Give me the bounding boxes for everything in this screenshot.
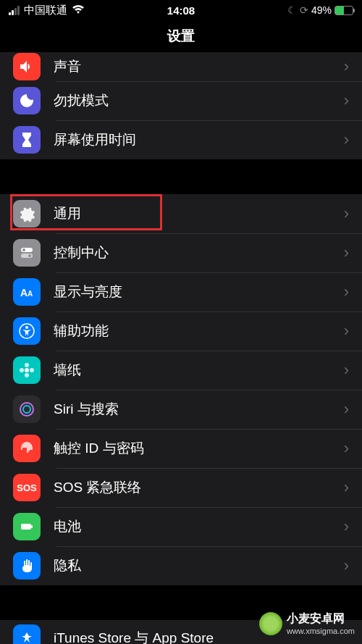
chevron-right-icon: ›	[344, 57, 349, 76]
svg-text:A: A	[28, 290, 33, 298]
row-sound[interactable]: 声音 ›	[0, 52, 362, 81]
chevron-right-icon: ›	[344, 283, 349, 301]
chevron-right-icon: ›	[344, 322, 349, 340]
svg-point-7	[25, 326, 28, 329]
row-label: 电池	[54, 517, 344, 536]
row-label: 显示与亮度	[54, 283, 344, 301]
svg-rect-15	[21, 524, 31, 530]
row-label: 控制中心	[54, 243, 344, 262]
row-sos[interactable]: SOS SOS 紧急联络 ›	[0, 468, 362, 507]
chevron-right-icon: ›	[344, 361, 349, 380]
svg-point-8	[25, 368, 29, 372]
sound-icon	[13, 53, 41, 80]
row-accessibility[interactable]: 辅助功能 ›	[0, 311, 362, 351]
chevron-right-icon: ›	[344, 439, 349, 458]
row-general[interactable]: 通用 ›	[0, 194, 362, 233]
watermark: 小麦安卓网 www.xmsigma.com	[259, 611, 355, 635]
row-label: 屏幕使用时间	[54, 130, 344, 149]
status-right: ☾ ⟳ 49%	[238, 4, 353, 16]
svg-point-2	[22, 248, 25, 251]
accessibility-icon	[13, 317, 41, 345]
row-control-center[interactable]: 控制中心 ›	[0, 233, 362, 272]
svg-point-10	[25, 373, 29, 377]
svg-point-14	[23, 406, 30, 413]
row-label: 声音	[54, 57, 344, 76]
appstore-icon	[13, 624, 41, 644]
hand-icon	[13, 552, 41, 580]
wifi-icon	[72, 4, 85, 17]
settings-group-1: 声音 › 勿扰模式 › 屏幕使用时间 ›	[0, 52, 362, 159]
row-label: 通用	[54, 204, 344, 223]
gear-icon	[13, 200, 41, 227]
chevron-right-icon: ›	[344, 91, 349, 110]
status-left: 中国联通	[9, 4, 124, 17]
row-label: 隐私	[54, 556, 344, 575]
watermark-url: www.xmsigma.com	[287, 627, 355, 635]
page-title: 设置	[0, 20, 362, 52]
svg-point-9	[25, 363, 29, 367]
battery-icon	[334, 6, 353, 15]
fingerprint-icon	[13, 435, 41, 462]
siri-icon	[13, 396, 41, 423]
battery-icon	[13, 513, 41, 540]
chevron-right-icon: ›	[344, 204, 349, 223]
chevron-right-icon: ›	[344, 400, 349, 419]
row-label: SOS 紧急联络	[54, 478, 344, 497]
chevron-right-icon: ›	[344, 556, 349, 575]
hourglass-icon	[13, 126, 41, 154]
moon-icon: ☾	[287, 4, 297, 16]
chevron-right-icon: ›	[344, 478, 349, 497]
sos-icon: SOS	[13, 474, 41, 501]
group-gap	[0, 159, 362, 194]
settings-group-2: 通用 › 控制中心 › AA 显示与亮度 › 辅助功能 › 墙纸 › Siri …	[0, 194, 362, 585]
lock-rotation-icon: ⟳	[300, 4, 308, 16]
row-display[interactable]: AA 显示与亮度 ›	[0, 272, 362, 311]
svg-point-13	[20, 403, 33, 416]
moon-icon	[13, 87, 41, 114]
svg-text:A: A	[20, 287, 28, 298]
row-touchid[interactable]: 触控 ID 与密码 ›	[0, 429, 362, 468]
row-battery[interactable]: 电池 ›	[0, 507, 362, 546]
svg-rect-16	[31, 525, 33, 528]
battery-pct: 49%	[311, 4, 332, 16]
row-privacy[interactable]: 隐私 ›	[0, 546, 362, 585]
svg-point-12	[30, 368, 34, 372]
chevron-right-icon: ›	[344, 243, 349, 262]
chevron-right-icon: ›	[344, 517, 349, 536]
row-dnd[interactable]: 勿扰模式 ›	[0, 81, 362, 120]
status-bar: 中国联通 14:08 ☾ ⟳ 49%	[0, 0, 362, 20]
signal-icon	[9, 6, 20, 15]
chevron-right-icon: ›	[344, 130, 349, 149]
watermark-title: 小麦安卓网	[287, 612, 345, 624]
row-label: Siri 与搜索	[54, 400, 344, 419]
row-label: 辅助功能	[54, 322, 344, 340]
status-time: 14:08	[124, 4, 239, 17]
svg-point-3	[28, 254, 31, 257]
switch-icon	[13, 239, 41, 267]
row-label: 墙纸	[54, 361, 344, 380]
row-wallpaper[interactable]: 墙纸 ›	[0, 351, 362, 390]
row-siri[interactable]: Siri 与搜索 ›	[0, 390, 362, 429]
text-size-icon: AA	[13, 278, 41, 306]
svg-point-11	[20, 368, 24, 372]
row-label: 勿扰模式	[54, 91, 344, 110]
row-label: 触控 ID 与密码	[54, 439, 344, 458]
carrier-label: 中国联通	[24, 4, 67, 17]
watermark-icon	[259, 612, 282, 635]
flower-icon	[13, 356, 41, 384]
row-screentime[interactable]: 屏幕使用时间 ›	[0, 120, 362, 159]
